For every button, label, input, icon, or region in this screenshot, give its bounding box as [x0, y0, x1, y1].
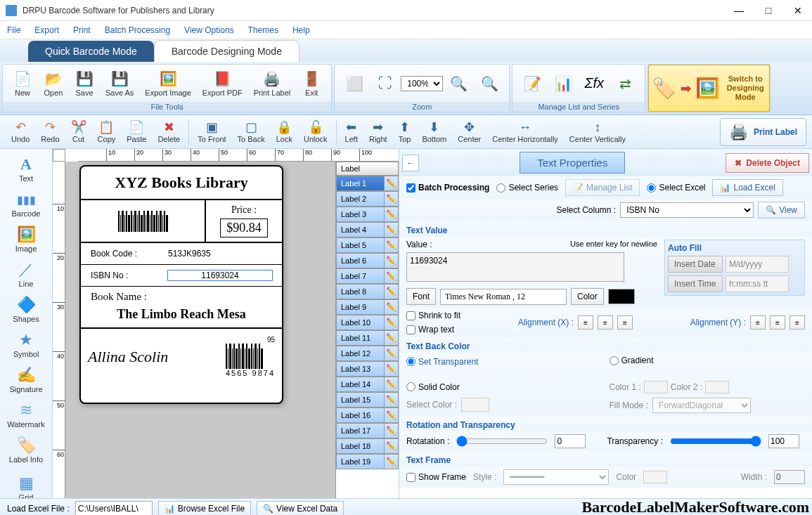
manage-list-button[interactable]: 📝Manage List — [565, 179, 640, 196]
align-right-button[interactable]: ➡Right — [363, 119, 393, 145]
color-swatch[interactable] — [608, 289, 635, 304]
label-list-item[interactable]: Label 12✏️ — [336, 346, 399, 361]
label-list-item[interactable]: Label 11✏️ — [336, 330, 399, 346]
column-select[interactable]: ISBN No — [620, 202, 754, 218]
label-list-item[interactable]: Label 17✏️ — [336, 423, 399, 438]
pencil-icon[interactable]: ✏️ — [384, 424, 398, 438]
menu-themes[interactable]: Themes — [248, 25, 278, 35]
zoom-in-button[interactable]: 🔍 — [443, 74, 474, 93]
zoom-actual-button[interactable]: ⛶ — [370, 74, 401, 93]
center-h-button[interactable]: ↔Center Horizontally — [486, 119, 564, 145]
export-image-button[interactable]: 🖼️Export Image — [139, 69, 196, 98]
paste-button[interactable]: 📄Paste — [121, 119, 152, 145]
label-list-item[interactable]: Label 2✏️ — [336, 191, 399, 207]
manage-excel-button[interactable]: 📊 — [548, 74, 579, 93]
align-y-bottom[interactable]: ≡ — [790, 315, 805, 330]
transparent-radio[interactable]: Set Transparent — [406, 357, 602, 367]
pencil-icon[interactable]: ✏️ — [384, 269, 398, 283]
zoom-out-button[interactable]: 🔍 — [474, 74, 505, 93]
pencil-icon[interactable]: ✏️ — [384, 439, 398, 453]
align-x-left[interactable]: ≡ — [578, 315, 593, 330]
tool-signature[interactable]: ✍️Signature — [0, 363, 52, 398]
book-name-value[interactable]: The Limbo Reach Mesa — [81, 307, 282, 329]
pencil-icon[interactable]: ✏️ — [384, 377, 398, 391]
signature[interactable]: Allina Scolin — [88, 348, 226, 366]
manage-refresh-button[interactable]: ⇄ — [610, 74, 640, 93]
insert-time-button[interactable]: Insert Time — [668, 275, 723, 292]
barcode-bottom[interactable]: 95 4565 9874 — [226, 336, 275, 377]
manage-edit-button[interactable]: 📝 — [517, 74, 548, 93]
browse-excel-button[interactable]: 📊Browse Excel File — [158, 501, 251, 516]
tool-shapes[interactable]: 🔷Shapes — [0, 292, 52, 327]
exit-button[interactable]: 🚪Exit — [296, 69, 327, 98]
zoom-fit-button[interactable]: ⬜ — [339, 74, 370, 93]
label-title[interactable]: XYZ Books Library — [81, 167, 282, 200]
align-y-top[interactable]: ≡ — [750, 315, 766, 330]
view-button[interactable]: 🔍View — [758, 202, 805, 219]
label-list-item[interactable]: Label 3✏️ — [336, 207, 399, 222]
font-button[interactable]: Font — [406, 288, 436, 305]
align-x-center[interactable]: ≡ — [598, 315, 613, 330]
align-left-button[interactable]: ⬅Left — [340, 119, 363, 145]
rotation-spinner[interactable] — [555, 434, 586, 448]
export-pdf-button[interactable]: 📕Export PDF — [197, 69, 248, 98]
tool-watermark[interactable]: ≋Watermark — [0, 398, 52, 433]
batch-processing-check[interactable]: Batch Processing — [406, 183, 489, 193]
pencil-icon[interactable]: ✏️ — [384, 331, 398, 345]
label-list-item[interactable]: Label 14✏️ — [336, 377, 399, 392]
canvas-viewport[interactable]: XYZ Books Library Price : $90.84 Book Co… — [65, 162, 335, 498]
close-button[interactable]: ✕ — [790, 2, 806, 19]
cut-button[interactable]: ✂️Cut — [65, 119, 92, 145]
tool-line[interactable]: ／Line — [0, 257, 52, 292]
new-button[interactable]: 📄New — [7, 69, 38, 98]
label-list-item[interactable]: Label 16✏️ — [336, 408, 399, 423]
color-button[interactable]: Color — [571, 288, 604, 305]
zoom-select[interactable]: 100% — [401, 76, 443, 91]
save-button[interactable]: 💾Save — [69, 69, 100, 98]
menu-help[interactable]: Help — [292, 25, 310, 35]
tool-barcode[interactable]: ▮▮▮Barcode — [0, 187, 52, 222]
view-excel-button[interactable]: 🔍View Excel Data — [257, 501, 344, 516]
to-back-button[interactable]: ▢To Back — [232, 119, 271, 145]
tool-image[interactable]: 🖼️Image — [0, 222, 52, 257]
to-front-button[interactable]: ▣To Front — [192, 119, 231, 145]
tab-designing[interactable]: Barcode Designing Mode — [154, 40, 299, 62]
print-label-big-button[interactable]: 🖨️Print Label — [720, 118, 806, 146]
minimize-button[interactable]: — — [730, 2, 747, 19]
tool-text[interactable]: AText — [0, 152, 52, 187]
back-button[interactable]: ← — [402, 155, 419, 171]
unlock-button[interactable]: 🔓Unlock — [298, 119, 333, 145]
label-list-item[interactable]: Label 8✏️ — [336, 284, 399, 299]
align-y-middle[interactable]: ≡ — [770, 315, 785, 330]
maximize-button[interactable]: □ — [760, 2, 777, 19]
menu-batch[interactable]: Batch Processing — [105, 25, 170, 35]
select-excel-radio[interactable]: Select Excel — [647, 183, 705, 193]
menu-view[interactable]: View Options — [184, 25, 233, 35]
pencil-icon[interactable]: ✏️ — [384, 223, 398, 237]
wrap-check[interactable]: Wrap text — [406, 325, 460, 334]
delete-object-button[interactable]: ✖Delete Object — [726, 153, 809, 173]
tab-quick-barcode[interactable]: Quick Barcode Mode — [28, 41, 154, 62]
center-v-button[interactable]: ↕Center Vertically — [564, 119, 631, 145]
pencil-icon[interactable]: ✏️ — [384, 346, 398, 360]
label-list-item[interactable]: Label 4✏️ — [336, 222, 399, 237]
pencil-icon[interactable]: ✏️ — [384, 300, 398, 314]
pencil-icon[interactable]: ✏️ — [384, 192, 398, 206]
print-label-button[interactable]: 🖨️Print Label — [248, 69, 297, 98]
pencil-icon[interactable]: ✏️ — [384, 408, 398, 422]
pencil-icon[interactable]: ✏️ — [384, 362, 398, 376]
align-x-right[interactable]: ≡ — [617, 315, 633, 330]
label-list-item[interactable]: Label 9✏️ — [336, 299, 399, 315]
copy-button[interactable]: 📋Copy — [92, 119, 122, 145]
menu-file[interactable]: File — [7, 25, 20, 35]
save-as-button[interactable]: 💾Save As — [100, 69, 139, 98]
label-list-item[interactable]: Label 5✏️ — [336, 237, 399, 253]
gradient-radio[interactable]: Gradient — [610, 356, 806, 365]
label-list-item[interactable]: Label 6✏️ — [336, 253, 399, 268]
tool-label-info[interactable]: 🏷️Label Info — [0, 433, 52, 468]
book-code-value[interactable]: 513JK9635 — [168, 249, 272, 259]
label-preview[interactable]: XYZ Books Library Price : $90.84 Book Co… — [79, 165, 283, 404]
tool-symbol[interactable]: ★Symbol — [0, 327, 52, 363]
value-textarea[interactable] — [406, 252, 624, 282]
load-excel-button[interactable]: 📊Load Excel — [712, 179, 782, 196]
